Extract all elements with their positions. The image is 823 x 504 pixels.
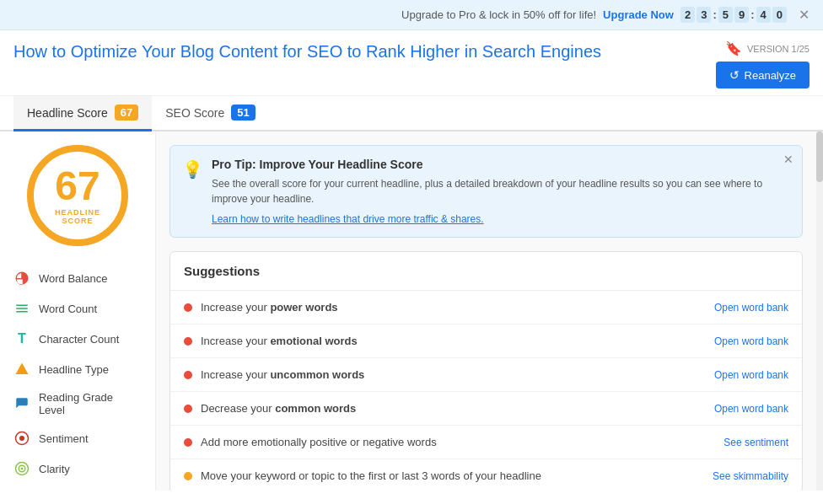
suggestion-bold: power words: [270, 301, 337, 314]
grade-icon: [13, 395, 30, 412]
version-text: VERSION 1/25: [747, 44, 810, 54]
sidebar-item-sentiment[interactable]: Sentiment: [0, 423, 155, 453]
suggestion-text: Add more emotionally positive or negativ…: [201, 436, 437, 448]
countdown-timer: 2 3 : 5 9 : 4 0: [680, 7, 787, 23]
timer-d2: 3: [697, 7, 711, 23]
suggestion-item: Move your keyword or topic to the first …: [170, 459, 802, 491]
banner-text: Upgrade to Pro & lock in 50% off for lif…: [401, 8, 596, 21]
open-word-bank-link-3[interactable]: Open word bank: [714, 369, 788, 381]
scrollbar-thumb[interactable]: [816, 131, 823, 182]
sidebar-item-headline-type[interactable]: Headline Type: [0, 354, 155, 384]
pro-tip-link[interactable]: Learn how to write headlines that drive …: [212, 213, 484, 225]
sidebar-label-clarity: Clarity: [39, 463, 70, 475]
sidebar-label-reading-grade: Reading Grade Level: [39, 391, 142, 416]
timer-d1: 2: [680, 7, 695, 23]
sentiment-icon: [13, 430, 30, 447]
suggestion-left: Increase your uncommon words: [184, 368, 714, 381]
pro-tip-text: See the overall score for your current h…: [212, 176, 768, 206]
dot-indicator: [184, 472, 192, 480]
close-banner-button[interactable]: ✕: [799, 7, 810, 23]
headline-score-badge: 67: [115, 105, 138, 121]
suggestions-box: Suggestions Increase your power words Op…: [169, 251, 803, 491]
version-bookmark: 🔖 VERSION 1/25: [725, 40, 810, 56]
score-label: HEADLINESCORE: [55, 208, 100, 225]
reanalyze-icon: ↺: [729, 68, 740, 82]
suggestion-bold: uncommon words: [270, 368, 364, 381]
reanalyze-label: Reanalyze: [745, 69, 796, 82]
open-word-bank-link-1[interactable]: Open word bank: [714, 302, 788, 314]
main-content: 67 HEADLINESCORE Word Balance Word Count…: [0, 131, 823, 491]
header: How to Optimize Your Blog Content for SE…: [0, 30, 823, 96]
suggestion-left: Add more emotionally positive or negativ…: [184, 436, 723, 448]
sidebar-label-word-balance: Word Balance: [39, 272, 107, 285]
timer-colon1: :: [713, 8, 716, 21]
sidebar-item-word-count[interactable]: Word Count: [0, 293, 155, 324]
headline-title: How to Optimize Your Blog Content for SE…: [13, 40, 658, 62]
pro-tip-title: Pro Tip: Improve Your Headline Score: [212, 158, 768, 171]
sidebar-label-word-count: Word Count: [39, 303, 97, 315]
suggestion-item: Add more emotionally positive or negativ…: [170, 426, 802, 459]
pro-tip-content: Pro Tip: Improve Your Headline Score See…: [212, 158, 768, 225]
scrollbar-track: [816, 131, 823, 491]
sidebar-menu: Word Balance Word Count T Character Coun…: [0, 263, 155, 484]
svg-point-1: [19, 436, 24, 441]
close-pro-tip-button[interactable]: ✕: [783, 153, 793, 166]
suggestion-left: Decrease your common words: [184, 402, 714, 415]
suggestion-item: Increase your power words Open word bank: [170, 291, 802, 324]
svg-point-4: [21, 468, 24, 470]
suggestion-text: Increase your emotional words: [201, 335, 358, 347]
score-number: 67: [55, 166, 100, 206]
suggestion-bold: common words: [275, 402, 356, 415]
header-actions: 🔖 VERSION 1/25 ↺ Reanalyze: [658, 40, 810, 88]
tab-seo-score[interactable]: SEO Score 51: [152, 96, 269, 131]
pro-tip-box: 💡 Pro Tip: Improve Your Headline Score S…: [169, 145, 803, 238]
bookmark-icon[interactable]: 🔖: [725, 40, 742, 56]
pie-chart-icon: [13, 270, 30, 287]
dot-indicator: [184, 303, 192, 312]
suggestion-text: Increase your power words: [201, 301, 338, 314]
dot-indicator: [184, 337, 192, 346]
suggestion-left: Increase your power words: [184, 301, 714, 314]
sidebar-label-sentiment: Sentiment: [39, 432, 89, 445]
suggestion-left: Increase your emotional words: [184, 335, 714, 347]
clarity-icon: [13, 460, 30, 477]
sidebar-label-headline-type: Headline Type: [39, 363, 109, 376]
reanalyze-button[interactable]: ↺ Reanalyze: [716, 62, 810, 88]
sidebar-item-reading-grade[interactable]: Reading Grade Level: [0, 384, 155, 423]
dot-indicator: [184, 438, 192, 447]
suggestion-text: Move your keyword or topic to the first …: [201, 469, 541, 482]
suggestion-text: Decrease your common words: [201, 402, 356, 415]
suggestions-header: Suggestions: [170, 252, 802, 291]
tab-seo-label: SEO Score: [165, 106, 224, 120]
upgrade-banner: Upgrade to Pro & lock in 50% off for lif…: [0, 0, 823, 30]
tab-headline-score[interactable]: Headline Score 67: [13, 96, 152, 131]
suggestion-item: Increase your emotional words Open word …: [170, 324, 802, 358]
timer-colon2: :: [750, 8, 754, 21]
suggestion-bold: emotional words: [270, 335, 357, 347]
suggestion-item: Increase your uncommon words Open word b…: [170, 358, 802, 392]
dot-indicator: [184, 371, 192, 379]
list-icon: [13, 300, 30, 317]
suggestion-text: Increase your uncommon words: [201, 368, 364, 381]
triangle-icon: [13, 361, 30, 378]
see-skimmability-link[interactable]: See skimmability: [713, 470, 788, 482]
tab-headline-label: Headline Score: [27, 106, 108, 120]
sidebar-item-character-count[interactable]: T Character Count: [0, 324, 155, 354]
open-word-bank-link-2[interactable]: Open word bank: [714, 335, 788, 347]
text-icon: T: [13, 330, 30, 347]
suggestion-left: Move your keyword or topic to the first …: [184, 469, 713, 482]
timer-d4: 9: [734, 7, 749, 23]
lightbulb-icon: 💡: [182, 159, 203, 225]
upgrade-now-link[interactable]: Upgrade Now: [603, 8, 674, 21]
score-circle: 67 HEADLINESCORE: [27, 145, 128, 246]
sidebar-item-word-balance[interactable]: Word Balance: [0, 263, 155, 293]
see-sentiment-link[interactable]: See sentiment: [723, 437, 788, 448]
suggestion-item: Decrease your common words Open word ban…: [170, 392, 802, 426]
timer-d3: 5: [718, 7, 733, 23]
timer-d5: 4: [756, 7, 771, 23]
open-word-bank-link-4[interactable]: Open word bank: [714, 403, 788, 415]
sidebar-label-character-count: Character Count: [39, 333, 119, 346]
content-area: 💡 Pro Tip: Improve Your Headline Score S…: [156, 131, 816, 491]
sidebar-item-clarity[interactable]: Clarity: [0, 453, 155, 484]
timer-d6: 0: [772, 7, 787, 23]
